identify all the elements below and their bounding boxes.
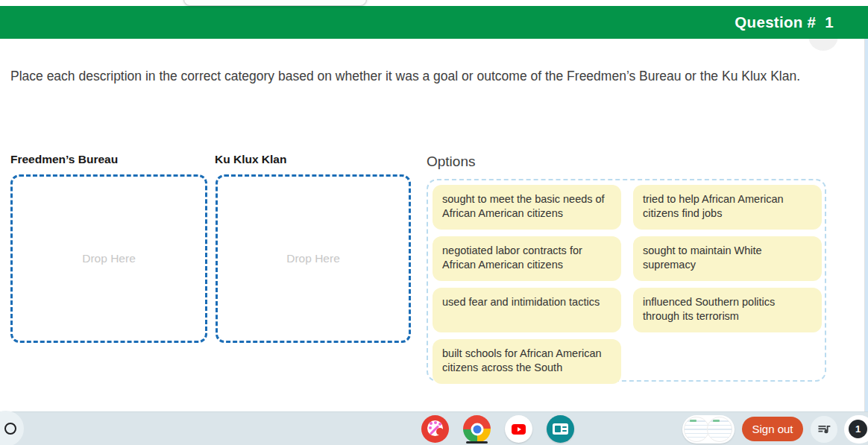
options-heading: Options <box>427 154 475 170</box>
youtube-icon <box>512 424 526 435</box>
option-card[interactable]: sought to meet the basic needs of Africa… <box>433 185 621 230</box>
question-number: 1 <box>825 13 834 31</box>
window-thumbnail <box>707 417 732 442</box>
window-thumbnail <box>684 417 709 442</box>
news-card-icon <box>553 423 568 435</box>
news-text-line <box>562 426 567 429</box>
question-header-bar: Question # 1 <box>0 6 868 39</box>
taskbar: Sign out 1 <box>0 411 868 445</box>
dropzone-freedmens-bureau[interactable]: Drop Here <box>10 174 207 343</box>
browser-tab-sliver[interactable] <box>183 0 367 6</box>
option-card[interactable]: tried to help African American citizens … <box>633 185 822 230</box>
launcher-icon <box>4 423 16 435</box>
quiz-page: Question # 1 Place each description in t… <box>0 0 868 445</box>
palette-dot <box>438 423 441 426</box>
active-app-indicator <box>466 441 488 444</box>
palette-notch <box>436 428 444 435</box>
window-previews-tote[interactable] <box>682 415 735 444</box>
question-label: Question # <box>735 13 816 31</box>
question-text: Place each description in the correct ca… <box>10 67 828 86</box>
option-card[interactable]: used fear and intimidation tactics <box>433 288 621 332</box>
scrollbar-track[interactable] <box>864 39 868 411</box>
news-app-button[interactable] <box>547 415 574 443</box>
sign-out-button[interactable]: Sign out <box>742 417 803 441</box>
category-label-ku-klux-klan: Ku Klux Klan <box>215 153 286 166</box>
palette-dot <box>430 422 433 425</box>
options-container: sought to meet the basic needs of Africa… <box>427 179 826 382</box>
option-card[interactable]: built schools for African American citiz… <box>433 339 621 384</box>
news-text-line <box>562 430 567 432</box>
status-tray[interactable]: 1 <box>844 415 868 444</box>
option-card[interactable]: sought to maintain White supremacy <box>633 236 822 281</box>
drop-here-hint: Drop Here <box>286 252 340 265</box>
option-card[interactable]: negotiated labor contracts for African A… <box>433 236 621 281</box>
media-playlist-button[interactable] <box>811 416 837 443</box>
option-card[interactable]: influenced Southern politics through its… <box>633 288 822 332</box>
palette-dot <box>429 426 432 429</box>
paint-app-button[interactable] <box>421 415 449 443</box>
category-label-freedmens-bureau: Freedmen’s Bureau <box>10 153 118 166</box>
chrome-icon <box>471 423 483 435</box>
dropzone-ku-klux-klan[interactable]: Drop Here <box>216 174 411 343</box>
notification-badge: 1 <box>849 420 867 438</box>
drop-here-hint: Drop Here <box>82 252 136 265</box>
news-image-block <box>555 426 561 432</box>
chrome-browser-button[interactable] <box>463 415 491 443</box>
play-icon <box>518 427 521 432</box>
playlist-icon <box>817 422 831 437</box>
palette-dot <box>434 421 437 424</box>
thumbnail-header-chip <box>690 420 696 422</box>
thumbnail-header-chip <box>713 420 720 422</box>
youtube-app-button[interactable] <box>505 415 532 443</box>
